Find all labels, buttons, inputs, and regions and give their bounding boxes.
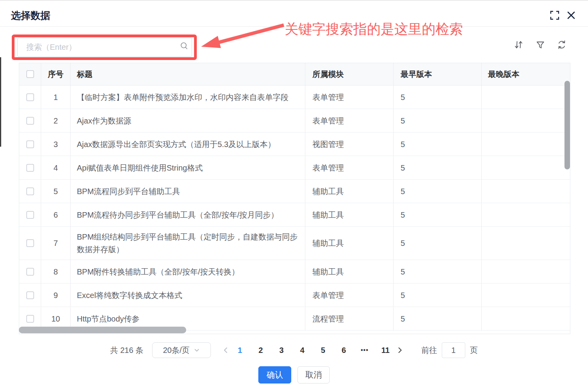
row-latest (482, 109, 570, 132)
row-no: 3 (41, 133, 71, 156)
row-title: BPM附件转换辅助工具（全部/按年/按天转换） (71, 260, 305, 283)
row-module: 表单管理 (305, 284, 394, 307)
pager-page-2[interactable]: 2 (257, 346, 265, 355)
table-row[interactable]: 6 BPM流程待办同步到平台辅助工具（全部/按年/按月同步） 辅助工具 5 (19, 203, 570, 227)
row-earliest: 5 (394, 227, 482, 260)
row-earliest: 5 (394, 284, 482, 307)
pager-page-3[interactable]: 3 (278, 346, 286, 355)
row-checkbox[interactable] (26, 164, 34, 172)
page-size-value: 20条/页 (163, 345, 190, 356)
row-module: 表单管理 (305, 85, 394, 109)
table-row[interactable]: 8 BPM附件转换辅助工具（全部/按年/按天转换） 辅助工具 5 (19, 260, 570, 284)
table-header-row: 序号 标题 所属模块 最早版本 最晚版本 (19, 63, 570, 85)
row-latest (482, 307, 570, 330)
total-count: 共 216 条 (110, 345, 143, 356)
row-module: 辅助工具 (305, 203, 394, 226)
goto-label: 前往 (421, 345, 437, 356)
row-title: BPM组织结构同步到平台辅助工具（定时同步，自建数据与同步数据并存版） (71, 227, 305, 260)
row-checkbox[interactable] (26, 268, 34, 276)
vertical-scrollbar[interactable] (564, 81, 570, 169)
pager-page-6[interactable]: 6 (340, 346, 348, 355)
row-latest (482, 133, 570, 156)
select-all-cell (19, 63, 41, 85)
dialog-footer: 确认 取消 (0, 366, 588, 384)
pager-pages: 123456•••11 (230, 346, 396, 355)
confirm-button[interactable]: 确认 (258, 366, 291, 384)
row-title: BPM流程同步到平台辅助工具 (71, 180, 305, 203)
horizontal-scrollbar[interactable] (19, 327, 186, 333)
row-title: 【临时方案】表单附件预览添加水印，水印内容来自表单字段 (71, 85, 305, 109)
row-no: 6 (41, 203, 71, 226)
row-earliest: 5 (394, 307, 482, 330)
row-no: 1 (41, 85, 71, 109)
table-row[interactable]: 2 Ajax作为数据源 表单管理 5 (19, 109, 570, 133)
chevron-left-icon (222, 346, 230, 354)
goto-page-input[interactable] (442, 342, 465, 358)
chevron-down-icon (194, 347, 200, 353)
prev-page-button[interactable] (222, 346, 230, 354)
table-row[interactable]: 5 BPM流程同步到平台辅助工具 辅助工具 5 (19, 180, 570, 203)
column-header-earliest: 最早版本 (394, 63, 482, 85)
filter-icon[interactable] (535, 40, 546, 50)
pager-page-5[interactable]: 5 (319, 346, 327, 355)
goto-page-group: 前往 页 (421, 342, 478, 358)
annotation-arrow-icon (196, 20, 290, 53)
row-latest (482, 156, 570, 179)
row-checkbox[interactable] (26, 93, 34, 101)
row-latest (482, 260, 570, 283)
pagination-bar: 共 216 条 20条/页 123456•••11 前往 页 (0, 341, 588, 360)
fullscreen-icon[interactable] (550, 10, 560, 20)
row-no: 5 (41, 180, 71, 203)
row-checkbox[interactable] (26, 239, 34, 247)
table-row[interactable]: 1 【临时方案】表单附件预览添加水印，水印内容来自表单字段 表单管理 5 (19, 85, 570, 109)
row-earliest: 5 (394, 109, 482, 132)
row-no: 8 (41, 260, 71, 283)
pager-page-4[interactable]: 4 (298, 346, 307, 355)
select-data-dialog: 选择数据 关键字搜索指的是这里的检索 (0, 0, 588, 389)
row-module: 表单管理 (305, 156, 394, 179)
row-earliest: 5 (394, 133, 482, 156)
pager-ellipsis[interactable]: ••• (361, 347, 369, 354)
table-row[interactable]: 9 Excel将纯数字转换成文本格式 表单管理 5 (19, 284, 570, 307)
row-no: 2 (41, 109, 71, 132)
row-no: 7 (41, 227, 71, 260)
close-icon[interactable] (566, 10, 577, 21)
column-header-no: 序号 (41, 63, 71, 85)
row-latest (482, 85, 570, 109)
row-module: 辅助工具 (305, 260, 394, 283)
annotation-text: 关键字搜索指的是这里的检索 (285, 20, 463, 38)
row-latest (482, 203, 570, 226)
dialog-title: 选择数据 (11, 9, 50, 22)
row-earliest: 5 (394, 156, 482, 179)
row-module: 辅助工具 (305, 180, 394, 203)
row-module: 流程管理 (305, 307, 394, 330)
row-earliest: 5 (394, 180, 482, 203)
cancel-button[interactable]: 取消 (298, 366, 330, 384)
table-row[interactable]: 4 Api赋值表单日期组件使用String格式 表单管理 5 (19, 156, 570, 180)
row-earliest: 5 (394, 203, 482, 226)
column-header-module: 所属模块 (305, 63, 394, 85)
select-all-checkbox[interactable] (26, 70, 34, 78)
row-title: Api赋值表单日期组件使用String格式 (71, 156, 305, 179)
row-title: Ajax数据源导出全部页实现方式（适用于5.3及以上版本） (71, 133, 305, 156)
refresh-icon[interactable] (557, 40, 567, 50)
row-checkbox[interactable] (26, 140, 34, 148)
table-row[interactable]: 7 BPM组织结构同步到平台辅助工具（定时同步，自建数据与同步数据并存版） 辅助… (19, 227, 570, 260)
table-row[interactable]: 3 Ajax数据源导出全部页实现方式（适用于5.3及以上版本） 视图管理 5 (19, 133, 570, 156)
row-title: Ajax作为数据源 (71, 109, 305, 132)
row-module: 辅助工具 (305, 227, 394, 260)
row-latest (482, 227, 570, 260)
row-title: Excel将纯数字转换成文本格式 (71, 284, 305, 307)
row-checkbox[interactable] (26, 315, 34, 323)
row-checkbox[interactable] (26, 117, 34, 125)
row-checkbox[interactable] (26, 187, 34, 195)
row-checkbox[interactable] (26, 211, 34, 219)
sort-icon[interactable] (514, 40, 524, 50)
pager-page-1[interactable]: 1 (236, 346, 244, 355)
row-checkbox[interactable] (26, 291, 34, 299)
pager-page-11[interactable]: 11 (381, 346, 390, 355)
next-page-button[interactable] (396, 346, 404, 354)
row-no: 4 (41, 156, 71, 179)
page-size-select[interactable]: 20条/页 (152, 342, 211, 358)
row-title: BPM流程待办同步到平台辅助工具（全部/按年/按月同步） (71, 203, 305, 226)
